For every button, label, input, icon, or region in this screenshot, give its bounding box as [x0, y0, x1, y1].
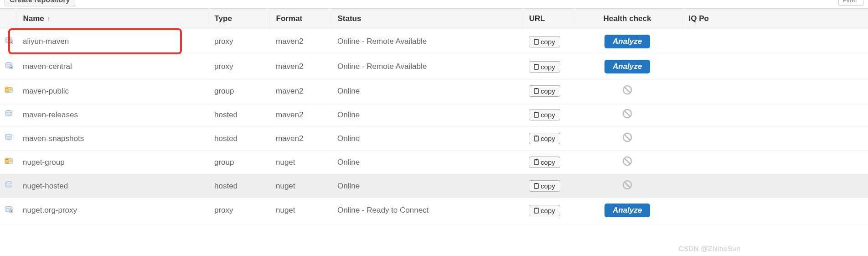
- repo-format-cell: maven2: [269, 54, 331, 79]
- repo-health-cell: [573, 151, 682, 174]
- copy-url-button[interactable]: copy: [529, 180, 560, 192]
- table-row[interactable]: maven-releaseshostedmaven2Onlinecopy: [0, 103, 868, 127]
- repo-status-cell: Online: [331, 103, 522, 127]
- column-header-name[interactable]: Name ↑: [16, 9, 208, 29]
- create-repository-label: Create repository: [10, 0, 70, 4]
- repo-name-cell: nuget.org-proxy: [16, 198, 208, 223]
- repo-health-cell: Analyze: [573, 29, 682, 54]
- copy-url-button[interactable]: copy: [529, 36, 560, 47]
- repo-health-cell: Analyze: [573, 198, 682, 223]
- ban-icon: [622, 156, 632, 166]
- column-header-icon[interactable]: [0, 9, 16, 29]
- table-row[interactable]: aliyun-mavenproxymaven2Online - Remote A…: [0, 29, 868, 54]
- repo-iq-cell: [682, 79, 868, 103]
- repo-name-cell: nuget-hosted: [16, 174, 208, 198]
- table-row[interactable]: maven-publicgroupmaven2Onlinecopy: [0, 79, 868, 103]
- clipboard-icon: [534, 112, 539, 118]
- repo-hosted-icon: [5, 110, 14, 117]
- repo-format-cell: maven2: [269, 103, 331, 127]
- clipboard-icon: [534, 39, 539, 45]
- repo-url-cell: copy: [522, 103, 573, 127]
- repo-name-cell: aliyun-maven: [16, 29, 208, 54]
- repo-format-cell: maven2: [269, 127, 331, 151]
- table-row[interactable]: nuget.org-proxyproxynugetOnline - Ready …: [0, 198, 868, 223]
- copy-url-button[interactable]: copy: [529, 61, 560, 73]
- repo-iq-cell: [682, 174, 868, 198]
- repo-status-cell: Online - Ready to Connect: [331, 198, 522, 223]
- repo-name-cell: nuget-group: [16, 151, 208, 174]
- repo-type-icon-cell: [0, 127, 16, 151]
- copy-url-button[interactable]: copy: [529, 157, 560, 168]
- repo-proxy-icon: [5, 206, 14, 213]
- repo-iq-cell: [682, 198, 868, 223]
- column-header-health[interactable]: Health check: [573, 9, 682, 29]
- copy-url-button[interactable]: copy: [529, 205, 560, 216]
- repo-type-cell: group: [208, 79, 269, 103]
- repo-type-cell: proxy: [208, 198, 269, 223]
- repo-health-cell: [573, 103, 682, 127]
- clipboard-icon: [534, 136, 539, 141]
- column-header-iq[interactable]: IQ Po: [682, 9, 868, 29]
- column-header-status[interactable]: Status: [331, 9, 522, 29]
- repo-group-icon: [5, 86, 14, 94]
- repo-health-cell: [573, 174, 682, 198]
- repo-proxy-icon: [5, 37, 14, 44]
- table-header-row: Name ↑ Type Format Status URL Health che…: [0, 9, 868, 29]
- copy-label: copy: [541, 63, 555, 71]
- repo-status-cell: Online: [331, 79, 522, 103]
- copy-label: copy: [541, 207, 555, 214]
- repo-type-cell: proxy: [208, 29, 269, 54]
- copy-label: copy: [541, 135, 555, 142]
- repo-proxy-icon: [5, 62, 14, 69]
- repo-status-cell: Online: [331, 127, 522, 151]
- repo-type-icon-cell: [0, 54, 16, 79]
- repo-status-cell: Online: [331, 174, 522, 198]
- clipboard-icon: [534, 183, 539, 189]
- ban-icon: [622, 180, 632, 190]
- copy-url-button[interactable]: copy: [529, 109, 560, 120]
- repo-health-cell: [573, 127, 682, 151]
- table-row[interactable]: maven-snapshotshostedmaven2Onlinecopy: [0, 127, 868, 151]
- repo-type-icon-cell: [0, 103, 16, 127]
- table-row[interactable]: nuget-hostedhostednugetOnlinecopy: [0, 174, 868, 198]
- copy-label: copy: [541, 182, 555, 190]
- clipboard-icon: [534, 159, 539, 165]
- analyze-button[interactable]: Analyze: [604, 60, 650, 73]
- repo-url-cell: copy: [522, 151, 573, 174]
- repo-iq-cell: [682, 103, 868, 127]
- column-header-type[interactable]: Type: [208, 9, 269, 29]
- sort-asc-icon: ↑: [47, 15, 51, 22]
- filter-label: Filter: [842, 0, 858, 4]
- repo-format-cell: nuget: [269, 151, 331, 174]
- column-header-format[interactable]: Format: [269, 9, 331, 29]
- copy-label: copy: [541, 38, 555, 46]
- ban-icon: [622, 85, 632, 95]
- clipboard-icon: [534, 208, 539, 214]
- repo-name-cell: maven-snapshots: [16, 127, 208, 151]
- repo-type-icon-cell: [0, 174, 16, 198]
- table-row[interactable]: nuget-groupgroupnugetOnlinecopy: [0, 151, 868, 174]
- copy-url-button[interactable]: copy: [529, 133, 560, 144]
- repo-type-icon-cell: [0, 79, 16, 103]
- repo-type-icon-cell: [0, 151, 16, 174]
- repo-format-cell: maven2: [269, 29, 331, 54]
- column-name-label: Name: [23, 14, 44, 23]
- repo-url-cell: copy: [522, 54, 573, 79]
- repo-type-icon-cell: [0, 29, 16, 54]
- repo-iq-cell: [682, 54, 868, 79]
- repo-hosted-icon: [5, 181, 14, 188]
- column-header-url[interactable]: URL: [522, 9, 573, 29]
- copy-url-button[interactable]: copy: [529, 85, 560, 97]
- analyze-button[interactable]: Analyze: [604, 35, 650, 48]
- repo-type-cell: hosted: [208, 103, 269, 127]
- repo-url-cell: copy: [522, 127, 573, 151]
- repo-name-cell: maven-public: [16, 79, 208, 103]
- create-repository-button[interactable]: Create repository: [5, 0, 75, 6]
- copy-label: copy: [541, 158, 555, 166]
- clipboard-icon: [534, 88, 539, 94]
- filter-button[interactable]: Filter: [838, 0, 863, 6]
- repo-url-cell: copy: [522, 29, 573, 54]
- analyze-button[interactable]: Analyze: [604, 204, 650, 217]
- copy-label: copy: [541, 111, 555, 119]
- table-row[interactable]: maven-centralproxymaven2Online - Remote …: [0, 54, 868, 79]
